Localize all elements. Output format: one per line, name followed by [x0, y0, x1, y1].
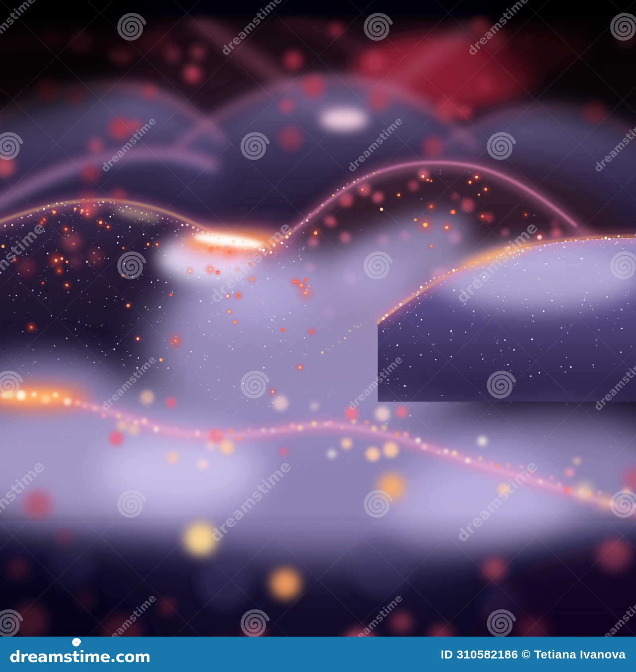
artwork-image [0, 0, 636, 637]
stock-site-footer-bar: dreamstime.com ID 310582186 © Tetiana Iv… [0, 637, 636, 672]
dreamstime-spiral-icon [73, 639, 80, 646]
image-credit-text: ID 310582186 © Tetiana Ivanova [441, 648, 626, 661]
dreamstime-logo[interactable]: dreamstime.com [6, 637, 149, 672]
logo-text: dreamstime.com [10, 648, 149, 666]
stock-photo-preview: dreamstimedreamstimedreamstimedreamstime… [0, 0, 636, 672]
